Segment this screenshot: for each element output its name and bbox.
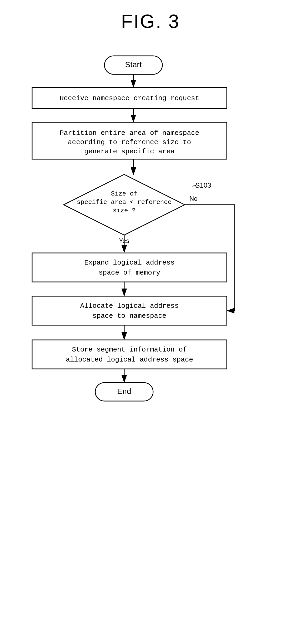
svg-rect-12 [32,296,227,325]
end-label: End [117,387,131,396]
s105-text-1: Allocate logical address [80,302,179,310]
s104-text-1: Expand logical address [84,259,174,267]
no-label: No [189,195,198,202]
s102-text-3: generate specific area [84,148,174,155]
svg-rect-10 [32,253,227,282]
s105-text-2: space to namespace [93,312,167,320]
s102-text-2: according to reference size to [68,138,191,146]
diagram-container: FIG. 3 Start S101 Receive n [0,0,301,644]
start-label: Start [125,60,142,69]
s101-text: Receive namespace creating request [60,94,199,102]
s103-text-2: specific area < reference [77,199,172,206]
s103-label: S103 [195,181,211,189]
fig-title: FIG. 3 [121,11,180,32]
s102-text-1: Partition entire area of namespace [60,129,199,137]
s104-text-2: space of memory [99,269,160,277]
s103-text-1: Size of [111,190,138,197]
s106-text-1: Store segment information of [72,346,187,354]
svg-rect-14 [32,340,227,369]
s103-text-3: size ? [113,207,136,214]
s106-text-2: allocated logical address space [66,356,193,364]
flowchart: Start S101 Receive namespace creating re… [6,48,295,644]
